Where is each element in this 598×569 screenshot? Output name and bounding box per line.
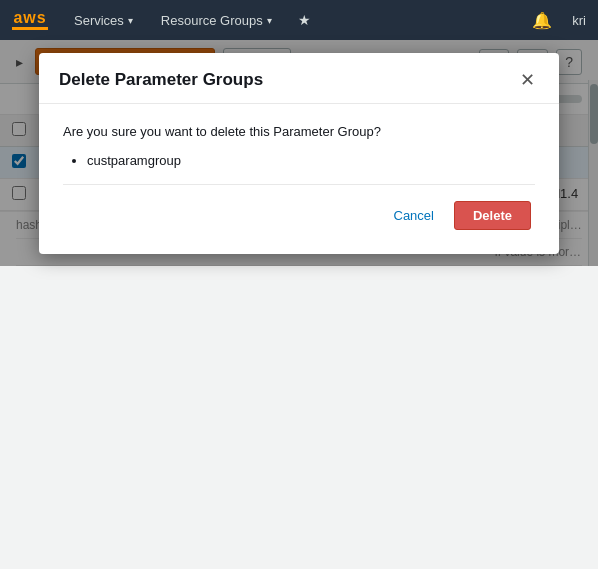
aws-logo: aws <box>12 10 48 30</box>
modal-header: Delete Parameter Groups ✕ <box>39 53 559 104</box>
modal-question: Are you sure you want to delete this Par… <box>63 124 535 139</box>
services-label: Services <box>74 13 124 28</box>
delete-modal: Delete Parameter Groups ✕ Are you sure y… <box>39 53 559 254</box>
top-nav: aws Services ▾ Resource Groups ▾ ★ 🔔 kri <box>0 0 598 40</box>
modal-title: Delete Parameter Groups <box>59 70 263 90</box>
modal-footer: Cancel Delete <box>63 201 535 234</box>
nav-resource-groups[interactable]: Resource Groups ▾ <box>155 9 278 32</box>
modal-overlay: Delete Parameter Groups ✕ Are you sure y… <box>0 40 598 266</box>
cancel-button[interactable]: Cancel <box>384 202 444 229</box>
nav-bookmark-icon[interactable]: ★ <box>298 12 311 28</box>
nav-user-label[interactable]: kri <box>572 13 586 28</box>
modal-body: Are you sure you want to delete this Par… <box>39 104 559 254</box>
services-chevron: ▾ <box>128 15 133 26</box>
modal-items-list: custparamgroup <box>63 153 535 168</box>
nav-bell-icon[interactable]: 🔔 <box>532 11 552 30</box>
aws-logo-text: aws <box>13 10 46 26</box>
aws-logo-bar <box>12 27 48 30</box>
resource-groups-label: Resource Groups <box>161 13 263 28</box>
modal-close-button[interactable]: ✕ <box>516 69 539 91</box>
resource-groups-chevron: ▾ <box>267 15 272 26</box>
nav-services[interactable]: Services ▾ <box>68 9 139 32</box>
main-content: ▸ Create Parameter Group Delete ↻ ⚙ ? Vi… <box>0 40 598 266</box>
modal-divider <box>63 184 535 185</box>
modal-list-item: custparamgroup <box>87 153 535 168</box>
confirm-delete-button[interactable]: Delete <box>454 201 531 230</box>
